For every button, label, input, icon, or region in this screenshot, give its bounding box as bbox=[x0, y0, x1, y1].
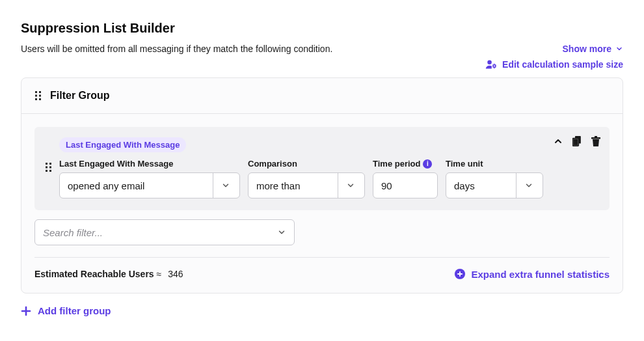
time-period-input[interactable]: 90 bbox=[373, 172, 438, 198]
page-title: Suppression List Builder bbox=[21, 21, 623, 36]
plus-circle-icon bbox=[454, 268, 466, 280]
svg-rect-10 bbox=[46, 167, 47, 169]
filter-group-card: Filter Group Last Engaged With Message bbox=[21, 77, 623, 293]
add-filter-group-label: Add filter group bbox=[38, 305, 111, 316]
svg-rect-4 bbox=[35, 95, 37, 97]
chevron-down-icon bbox=[615, 45, 623, 53]
engage-select[interactable]: opened any email bbox=[59, 172, 240, 198]
copy-button[interactable] bbox=[572, 136, 582, 146]
svg-rect-12 bbox=[46, 170, 47, 172]
svg-rect-6 bbox=[35, 98, 37, 100]
show-more-label: Show more bbox=[563, 44, 611, 54]
search-filter-input[interactable]: Search filter... bbox=[34, 219, 295, 245]
time-unit-select[interactable]: days bbox=[446, 172, 543, 198]
chevron-down-icon bbox=[523, 181, 535, 190]
time-unit-value: days bbox=[454, 180, 509, 191]
engage-value: opened any email bbox=[68, 180, 206, 191]
svg-rect-17 bbox=[591, 137, 600, 139]
svg-rect-9 bbox=[49, 163, 51, 165]
svg-rect-8 bbox=[46, 163, 47, 165]
collapse-button[interactable] bbox=[553, 136, 563, 146]
filter-group-header: Filter Group bbox=[21, 78, 623, 114]
page-subtitle: Users will be omitted from all messaging… bbox=[21, 44, 332, 54]
svg-rect-3 bbox=[39, 91, 41, 93]
chevron-down-icon bbox=[345, 181, 356, 190]
chevron-down-icon bbox=[277, 228, 286, 237]
svg-point-0 bbox=[487, 60, 492, 64]
svg-rect-13 bbox=[49, 170, 51, 172]
comparison-label: Comparison bbox=[248, 159, 365, 169]
rule-chip: Last Engaged With Message bbox=[59, 137, 186, 152]
expand-stats-label: Expand extra funnel statistics bbox=[471, 269, 610, 280]
filter-rule: Last Engaged With Message bbox=[34, 127, 610, 210]
time-period-value: 90 bbox=[381, 180, 429, 191]
edit-calculation-button[interactable]: Edit calculation sample size bbox=[485, 59, 623, 70]
drag-handle-icon[interactable] bbox=[45, 162, 53, 172]
svg-rect-11 bbox=[49, 167, 51, 169]
svg-rect-21 bbox=[460, 271, 461, 277]
svg-rect-2 bbox=[35, 91, 37, 93]
comparison-select[interactable]: more than bbox=[248, 172, 365, 198]
reachable-users-stat: Estimated Reachable Users ≈ 346 bbox=[34, 269, 183, 279]
filter-group-title: Filter Group bbox=[50, 90, 110, 102]
expand-stats-button[interactable]: Expand extra funnel statistics bbox=[454, 268, 610, 280]
svg-rect-16 bbox=[573, 139, 578, 145]
comparison-value: more than bbox=[256, 180, 331, 191]
info-icon[interactable]: i bbox=[423, 159, 432, 169]
user-gear-icon bbox=[485, 59, 497, 70]
show-more-button[interactable]: Show more bbox=[563, 44, 623, 54]
delete-button[interactable] bbox=[591, 136, 600, 146]
drag-handle-icon[interactable] bbox=[34, 90, 42, 101]
reachable-users-value: 346 bbox=[168, 269, 183, 279]
reachable-users-label: Estimated Reachable Users bbox=[34, 269, 154, 279]
svg-rect-7 bbox=[39, 98, 41, 100]
add-filter-group-button[interactable]: Add filter group bbox=[21, 305, 623, 316]
engage-label: Last Engaged With Message bbox=[59, 159, 240, 169]
svg-rect-5 bbox=[39, 95, 41, 97]
time-unit-label: Time unit bbox=[446, 159, 543, 169]
svg-rect-18 bbox=[595, 136, 597, 137]
chevron-down-icon bbox=[220, 181, 232, 190]
plus-icon bbox=[21, 306, 31, 316]
edit-calculation-label: Edit calculation sample size bbox=[502, 59, 623, 70]
search-placeholder: Search filter... bbox=[43, 227, 103, 238]
time-period-label: Time period i bbox=[373, 159, 438, 169]
